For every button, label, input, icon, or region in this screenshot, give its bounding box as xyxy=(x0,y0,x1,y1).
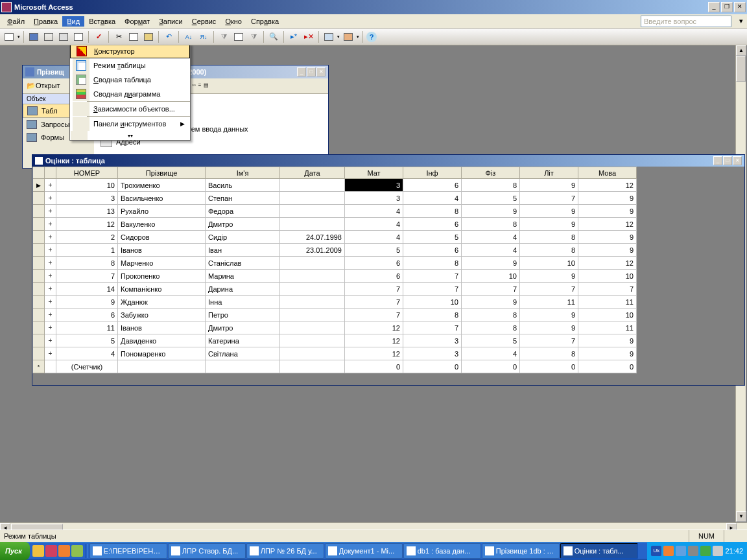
cell[interactable]: 7 xyxy=(56,270,118,283)
window-button[interactable] xyxy=(322,30,335,43)
preview-button[interactable] xyxy=(72,30,85,43)
ql-icon[interactable] xyxy=(71,545,83,557)
cell[interactable]: 13 xyxy=(56,205,118,218)
menu-Вставка[interactable]: Вставка xyxy=(84,16,120,27)
cell[interactable]: Катерина xyxy=(206,334,280,347)
table-row[interactable]: +4ПономаренкоСвітлана123489 xyxy=(33,347,637,360)
cell[interactable]: 7 xyxy=(403,270,462,283)
cell[interactable]: 9 xyxy=(520,270,578,283)
cell[interactable]: Василь xyxy=(206,179,280,192)
sort-asc-button[interactable]: A↓ xyxy=(182,30,195,43)
taskbar-item[interactable]: Прізвище 1db : ... xyxy=(482,543,560,559)
cell[interactable]: 7 xyxy=(403,321,462,334)
cell[interactable]: 7 xyxy=(520,192,578,205)
col-header[interactable]: Інф xyxy=(403,167,462,179)
cell[interactable]: 8 xyxy=(462,321,520,334)
cell[interactable]: Степан xyxy=(206,192,280,205)
ql-icon[interactable] xyxy=(45,545,57,557)
cut-button[interactable]: ✂ xyxy=(112,30,125,43)
cell[interactable]: 10 xyxy=(578,309,637,321)
taskbar-item[interactable]: Оцінки : табл... xyxy=(560,543,638,559)
dbwin-open-btn[interactable]: 📂Открыт xyxy=(27,82,60,90)
cell[interactable]: 9 xyxy=(578,244,637,257)
view-button[interactable] xyxy=(3,30,16,43)
cell[interactable]: Марина xyxy=(206,270,280,283)
menu-Сервис[interactable]: Сервис xyxy=(187,16,221,27)
table-row[interactable]: +12ВакуленкоДмитро468912 xyxy=(33,218,637,231)
cell[interactable]: 8 xyxy=(462,309,520,321)
minimize-button[interactable]: _ xyxy=(708,2,720,12)
find-button[interactable]: 🔍 xyxy=(267,30,280,43)
taskbar-item[interactable]: ЛПР № 26 БД у... xyxy=(246,543,324,559)
table-row[interactable]: +13РухайлоФедора48999 xyxy=(33,205,637,218)
filter-toggle-button[interactable]: ⧩ xyxy=(247,30,260,43)
cell[interactable]: 0 xyxy=(578,360,637,373)
cell[interactable] xyxy=(280,218,345,231)
cell[interactable]: 9 xyxy=(520,309,578,321)
cell[interactable]: 9 xyxy=(462,205,520,218)
row-selector[interactable] xyxy=(33,205,45,218)
expand-row[interactable]: + xyxy=(45,257,56,270)
cell[interactable]: 10 xyxy=(578,270,637,283)
col-header[interactable]: НОМЕР xyxy=(56,167,118,179)
cell[interactable]: 7 xyxy=(345,283,403,296)
cell[interactable]: 1 xyxy=(56,244,118,257)
expand-row[interactable]: + xyxy=(45,231,56,244)
cell[interactable]: Давиденко xyxy=(118,334,206,347)
lang-indicator[interactable]: Uk xyxy=(651,546,661,556)
menu-Формат[interactable]: Формат xyxy=(120,16,154,27)
table-row[interactable]: +2СидоровСидір24.07.199845489 xyxy=(33,231,637,244)
tray-clock[interactable]: 21:42 xyxy=(725,547,743,555)
cell[interactable]: 9 xyxy=(56,296,118,309)
expand-row[interactable]: + xyxy=(45,309,56,321)
table-row[interactable]: +5ДавиденкоКатерина123579 xyxy=(33,334,637,347)
col-header[interactable]: Прізвище xyxy=(118,167,206,179)
row-selector[interactable] xyxy=(33,296,45,309)
cell[interactable]: 12 xyxy=(345,321,403,334)
cell[interactable]: 12 xyxy=(578,218,637,231)
cell[interactable]: 5 xyxy=(462,192,520,205)
cell[interactable]: 7 xyxy=(403,283,462,296)
cell[interactable]: 10 xyxy=(462,270,520,283)
cell[interactable]: Забужко xyxy=(118,309,206,321)
row-selector[interactable] xyxy=(33,192,45,205)
row-selector[interactable]: * xyxy=(33,360,45,373)
taskbar-item[interactable]: E:\ПЕРЕВІРЕНО... xyxy=(89,543,167,559)
expand-row[interactable]: + xyxy=(45,334,56,347)
menu-Записи[interactable]: Записи xyxy=(154,16,187,27)
tablewin-close[interactable]: ✕ xyxy=(733,156,742,165)
cell[interactable]: 12 xyxy=(345,347,403,360)
start-button[interactable]: Пуск xyxy=(0,542,30,560)
cell[interactable]: Трохименко xyxy=(118,179,206,192)
cell[interactable]: 7 xyxy=(345,309,403,321)
ql-icon[interactable] xyxy=(32,545,44,557)
cell[interactable]: 4 xyxy=(345,231,403,244)
cell[interactable]: 0 xyxy=(462,360,520,373)
cell[interactable]: 24.07.1998 xyxy=(280,231,345,244)
cell[interactable]: 0 xyxy=(345,360,403,373)
cell[interactable]: 8 xyxy=(462,179,520,192)
col-header[interactable]: Фіз xyxy=(462,167,520,179)
cell[interactable] xyxy=(280,283,345,296)
dbwin-details[interactable]: ▤ xyxy=(204,82,209,90)
spell-button[interactable]: ✓ xyxy=(92,30,105,43)
cell[interactable]: 9 xyxy=(462,257,520,270)
table-row[interactable]: +3ВасильченкоСтепан34579 xyxy=(33,192,637,205)
cell[interactable] xyxy=(280,192,345,205)
dbwin-list[interactable]: ≡ xyxy=(198,82,202,90)
cell[interactable]: 9 xyxy=(520,205,578,218)
cell[interactable] xyxy=(280,296,345,309)
dbwin-smicons[interactable]: ▫▫ xyxy=(192,82,196,90)
close-button[interactable]: ✕ xyxy=(734,2,746,12)
table-row[interactable]: ▶+10ТрохименкоВасиль368912 xyxy=(33,179,637,192)
row-selector[interactable] xyxy=(33,231,45,244)
table-row[interactable]: *(Счетчик)00000 xyxy=(33,360,637,373)
cell[interactable]: 10 xyxy=(520,257,578,270)
cell[interactable]: 8 xyxy=(403,309,462,321)
cell[interactable]: 6 xyxy=(403,218,462,231)
expand-row[interactable]: + xyxy=(45,244,56,257)
taskbar-item[interactable]: Документ1 - Mi... xyxy=(325,543,403,559)
cell[interactable]: 4 xyxy=(462,231,520,244)
cell[interactable]: 6 xyxy=(345,257,403,270)
cell[interactable] xyxy=(280,309,345,321)
